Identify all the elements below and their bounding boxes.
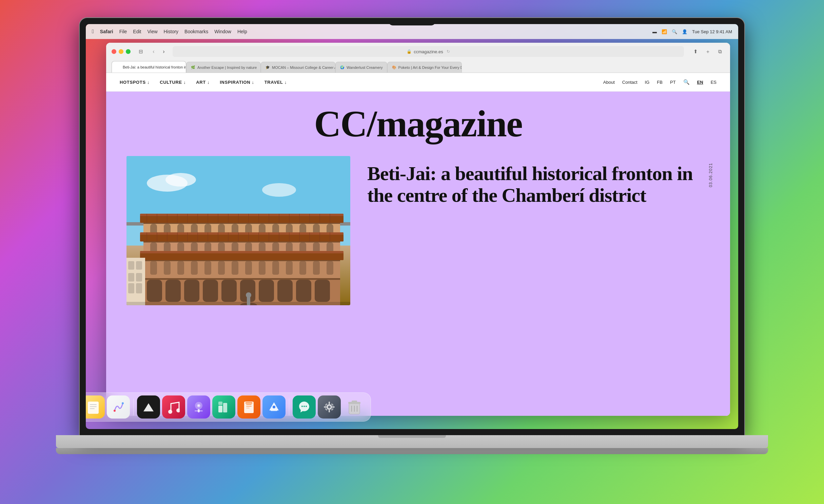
svg-rect-179 [218,406,222,412]
nav-ig[interactable]: IG [645,80,650,85]
search-menubar-icon[interactable]: 🔍 [672,29,677,34]
tab-5[interactable]: 🎨 Poketo | Art & Design For Your Every D… [387,62,462,73]
share-button[interactable]: ⬆ [691,47,700,56]
svg-rect-187 [271,410,277,411]
close-button[interactable] [112,49,116,54]
nav-inspiration[interactable]: INSPIRATION ↓ [220,80,254,85]
appletv-icon-svg [142,402,155,412]
macbook-foot [56,448,768,454]
menu-history[interactable]: History [164,29,179,34]
svg-point-191 [306,406,307,407]
svg-point-2 [165,173,196,187]
nav-art[interactable]: ART ↓ [196,80,210,85]
tab-active[interactable]: Beti-Jai: a beautiful historical fronton… [112,61,186,73]
svg-rect-183 [246,404,252,405]
back-button[interactable]: ‹ [149,47,158,56]
menu-view[interactable]: View [147,29,157,34]
svg-point-190 [303,406,305,407]
svg-rect-194 [329,402,330,404]
nav-fb[interactable]: FB [657,80,663,85]
sidebar-toggle-button[interactable]: ⊟ [137,47,145,56]
forward-button[interactable]: › [159,47,169,56]
nav-lang-en[interactable]: EN [697,80,703,85]
svg-rect-101 [165,280,181,302]
macbook-screen:  Safari File Edit View History Bookmark… [80,18,744,435]
tabs-button[interactable]: ⧉ [715,47,725,56]
reload-icon[interactable]: ↻ [447,49,450,54]
dock-appstore[interactable] [262,395,286,419]
menu-app-name[interactable]: Safari [100,29,113,34]
nav-culture[interactable]: CULTURE ↓ [160,80,186,85]
address-bar[interactable]: 🔒 ccmagazine.es ↻ [173,46,684,57]
safari-toolbar: ⊟ ‹ › 🔒 ccmagazine.es ↻ ⬆ [106,43,730,73]
numbers-icon-svg [217,400,231,414]
svg-rect-119 [247,297,250,305]
nav-about[interactable]: About [603,80,615,85]
svg-rect-184 [246,406,252,407]
macos-desktop:  Safari File Edit View History Bookmark… [86,24,738,429]
svg-rect-89 [245,261,252,275]
website-content: HOTSPOTS ↓ CULTURE ↓ ART ↓ INSPIRATION ↓… [106,73,730,416]
svg-rect-84 [177,261,184,275]
svg-rect-59 [140,234,344,241]
svg-rect-88 [232,261,238,275]
svg-rect-92 [286,261,293,275]
nav-lang-es[interactable]: ES [711,80,717,85]
svg-rect-165 [88,402,99,414]
svg-rect-86 [204,261,211,275]
tab-label-3: MOCAN – Missouri College & Career Attaim… [272,65,335,70]
cc-hero: CC/magazine [106,92,730,322]
dock-freeform[interactable] [107,395,130,419]
svg-rect-109 [315,280,330,302]
maximize-button[interactable] [126,49,131,54]
tab-4[interactable]: 🌍 Wanderlust Creamery [335,62,387,73]
menu-window[interactable]: Window [214,29,231,34]
toolbar-actions: ⬆ ＋ ⧉ [691,47,725,56]
svg-rect-114 [136,273,142,282]
dock-podcasts[interactable] [187,395,210,419]
nav-hotspots[interactable]: HOTSPOTS ↓ [120,80,150,85]
trash-icon-svg [347,399,362,415]
dock-settings[interactable] [318,395,341,419]
svg-rect-60 [140,232,344,235]
wifi-icon: 📶 [662,29,667,34]
building-svg [126,156,350,305]
cc-feature: Beti-Jai: a beautiful historical fronton… [126,156,710,305]
svg-rect-23 [140,214,344,216]
svg-rect-91 [272,261,279,275]
dock-pages[interactable] [237,395,260,419]
dock-notes[interactable] [86,395,105,419]
svg-rect-94 [313,261,320,275]
nav-pt[interactable]: PT [670,80,676,85]
notes-icon-svg [86,400,100,414]
macbook:  Safari File Edit View History Bookmark… [56,18,768,486]
user-icon[interactable]: 👤 [682,29,687,34]
nav-contact[interactable]: Contact [622,80,637,85]
traffic-lights [112,49,131,54]
dock-chatgpt[interactable] [293,395,316,419]
minimize-button[interactable] [119,49,123,54]
tab-label-4: Wanderlust Creamery [347,65,383,70]
dock-trash[interactable] [343,395,366,419]
dock-appletv[interactable] [137,395,160,419]
lock-icon: 🔒 [407,49,412,54]
svg-rect-208 [352,401,357,403]
tab-3[interactable]: 🎓 MOCAN – Missouri College & Career Atta… [261,62,335,73]
dock-divider [133,399,134,415]
svg-rect-103 [203,280,218,302]
svg-rect-116 [136,283,142,293]
apple-menu[interactable]:  [92,28,94,35]
safari-tabs: Beti-Jai: a beautiful historical fronton… [112,60,725,73]
new-tab-button[interactable]: ＋ [703,47,712,56]
dock-numbers[interactable] [212,395,235,419]
nav-travel[interactable]: TRAVEL ↓ [264,80,287,85]
menu-file[interactable]: File [119,29,127,34]
tab-2[interactable]: 🌿 Another Escape | Inspired by nature [186,62,261,73]
dock-music[interactable] [162,395,185,419]
search-icon[interactable]: 🔍 [683,79,690,85]
svg-rect-102 [184,280,199,302]
feature-image [126,156,350,305]
menu-bookmarks[interactable]: Bookmarks [184,29,208,34]
menu-edit[interactable]: Edit [133,29,141,34]
menu-help[interactable]: Help [237,29,247,34]
